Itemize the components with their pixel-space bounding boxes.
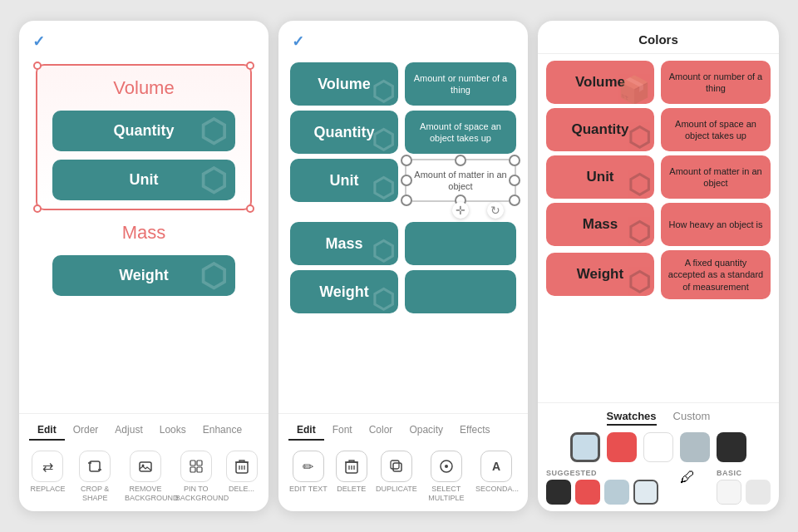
top-swatches-row <box>546 432 771 462</box>
tab-adjust-1[interactable]: Adjust <box>106 421 150 441</box>
remove-bg-icon <box>130 451 161 482</box>
delete-tool-2[interactable]: DELETE <box>336 451 367 503</box>
select-multiple-icon <box>431 451 462 482</box>
swatch-sm-white[interactable] <box>717 480 741 505</box>
selection-box: Volume Quantity ⬡ Unit ⬡ <box>36 64 252 210</box>
p3-quantity-left: Quantity ⬡ <box>546 108 654 151</box>
handle-bottom-left[interactable] <box>33 204 42 213</box>
tab-enhance-1[interactable]: Enhance <box>195 421 250 441</box>
panel1-toolbar: Edit Order Adjust Looks Enhance ⇄ REPLAC… <box>19 413 268 511</box>
rotate-icon[interactable]: ↻ <box>487 202 504 219</box>
molecule-icon-2: ⬡ <box>200 162 227 199</box>
secondary-tool[interactable]: A SECONDA... <box>475 451 517 503</box>
remove-bg-tool[interactable]: REMOVE BACKGROUND <box>125 451 166 503</box>
eyedropper-area: 🖊 <box>680 469 695 486</box>
svg-point-22 <box>445 465 448 468</box>
quantity-button[interactable]: Quantity ⬡ <box>52 111 235 151</box>
edit-text-tool[interactable]: ✏ EDIT TEXT <box>289 451 328 503</box>
weight-left-card: Weight ⬡ <box>290 270 398 313</box>
panel2-toolbar-icons: ✏ EDIT TEXT DELETE DUPLICATE SELECT MUL <box>282 446 525 511</box>
swatch-sm-red[interactable] <box>575 480 600 505</box>
molecule-icon-3q: ⬡ <box>628 121 651 151</box>
pin-tool[interactable]: PIN TO BACKGROUND <box>175 451 217 503</box>
unit-button[interactable]: Unit ⬡ <box>52 160 235 200</box>
swatch-red[interactable] <box>607 432 637 462</box>
pin-icon <box>180 451 212 482</box>
suggested-basic-row: SUGGESTED 🖊 BASIC <box>546 469 771 505</box>
checkmark-icon-2[interactable]: ✓ <box>292 32 304 51</box>
weight-button[interactable]: Weight ⬡ <box>52 255 235 296</box>
svg-rect-20 <box>391 461 399 469</box>
remove-bg-label: REMOVE BACKGROUND <box>125 485 166 503</box>
select-multiple-label: SELECT MULTIPLE <box>426 485 467 503</box>
mass-section: Mass Weight ⬡ <box>52 210 235 299</box>
panel1-toolbar-icons: ⇄ REPLACE CROP & SHAPE REMOVE BACKGROUND <box>22 446 265 511</box>
swatch-white[interactable] <box>643 432 673 462</box>
molecule-icon-m: ⬡ <box>372 235 395 265</box>
tab-order-1[interactable]: Order <box>65 421 107 441</box>
delete-label-2: DELETE <box>337 485 366 494</box>
duplicate-tool[interactable]: DUPLICATE <box>376 451 417 503</box>
tab-custom[interactable]: Custom <box>673 410 711 426</box>
p3-weight-left: Weight ⬡ <box>546 253 654 296</box>
p3-mass-row: Mass ⬡ How heavy an object is <box>546 203 771 246</box>
edit-handle-bl[interactable] <box>401 195 412 206</box>
swatch-sm-dark[interactable] <box>546 480 571 505</box>
tab-swatches[interactable]: Swatches <box>607 410 657 426</box>
edit-handle-tc[interactable] <box>455 155 466 166</box>
tab-edit-1[interactable]: Edit <box>29 421 65 441</box>
svg-rect-7 <box>190 467 195 472</box>
tab-looks-1[interactable]: Looks <box>151 421 195 441</box>
crop-tool[interactable]: CROP & SHAPE <box>74 451 116 503</box>
edit-handle-tl[interactable] <box>401 155 412 166</box>
unit-right-editing[interactable]: Amount of matter in an object ✛ ↻ <box>405 159 516 202</box>
tab-opacity-2[interactable]: Opacity <box>401 421 451 441</box>
tab-font-2[interactable]: Font <box>324 421 361 441</box>
handle-top-right[interactable] <box>246 62 254 70</box>
volume-left-card: Volume ⬡ <box>290 62 398 106</box>
swatch-blue-gray[interactable] <box>570 432 600 462</box>
mass-right-card <box>405 222 516 265</box>
box-icon: ⬡ <box>372 76 395 106</box>
tab-color-2[interactable]: Color <box>361 421 401 441</box>
p3-weight-right: A fixed quantity accepted as a standard … <box>661 250 771 299</box>
edit-handle-rc[interactable] <box>509 175 520 186</box>
volume-right-card: Amount or number of a thing <box>405 62 516 106</box>
handle-bottom-right[interactable] <box>246 204 254 213</box>
svg-rect-3 <box>140 462 151 471</box>
handle-top-left[interactable] <box>33 62 42 70</box>
unit-row: Unit ⬡ Amount of matter in an object ✛ ↻ <box>290 159 516 202</box>
panel1-header: ✓ <box>19 21 268 57</box>
swatch-sm-lightgray[interactable] <box>746 480 771 505</box>
select-multiple-tool[interactable]: SELECT MULTIPLE <box>426 451 467 503</box>
p3-quantity-right: Amount of space an object takes up <box>661 108 771 151</box>
p3-weight-row: Weight ⬡ A fixed quantity accepted as a … <box>546 250 771 299</box>
swatch-dark[interactable] <box>717 432 746 462</box>
mass-left-card: Mass ⬡ <box>290 222 398 265</box>
box-icon-3: 📦 <box>618 74 651 104</box>
eyedropper-icon[interactable]: 🖊 <box>680 469 695 486</box>
p3-unit-left: Unit ⬡ <box>546 155 654 199</box>
panel3-content: Volume 📦 Amount or number of a thing Qua… <box>538 54 779 402</box>
replace-tool[interactable]: ⇄ REPLACE <box>30 451 65 503</box>
p3-volume-row: Volume 📦 Amount or number of a thing <box>546 61 771 104</box>
edit-handle-tr[interactable] <box>509 155 520 166</box>
edit-handle-lc[interactable] <box>401 175 412 186</box>
delete-tool[interactable]: DELE... <box>226 451 258 503</box>
move-icon[interactable]: ✛ <box>452 202 469 219</box>
swatch-steel[interactable] <box>680 432 710 462</box>
weight-row: Weight ⬡ <box>290 270 516 313</box>
checkmark-icon[interactable]: ✓ <box>32 32 45 51</box>
secondary-label: SECONDA... <box>475 485 517 494</box>
molecule-icon-u: ⬡ <box>372 172 395 202</box>
swatch-sm-lightblue[interactable] <box>633 480 658 505</box>
quantity-left-card: Quantity ⬡ <box>290 111 398 154</box>
swatch-sm-blue[interactable] <box>604 480 629 505</box>
p3-unit-row: Unit ⬡ Amount of matter in an object <box>546 155 771 199</box>
edit-handle-br[interactable] <box>509 195 520 206</box>
mass-row: Mass ⬡ <box>290 222 516 265</box>
quantity-right-card: Amount of space an object takes up <box>405 111 516 154</box>
tab-edit-2[interactable]: Edit <box>288 421 324 441</box>
tab-effects-2[interactable]: Effects <box>451 421 498 441</box>
basic-swatches <box>717 480 771 505</box>
